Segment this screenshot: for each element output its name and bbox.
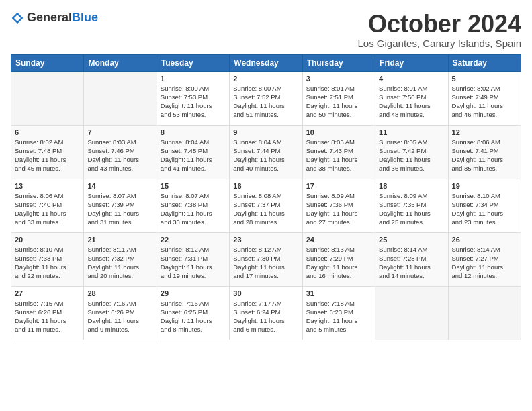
day-number: 7 [87,128,152,136]
calendar-cell: 23Sunrise: 8:12 AM Sunset: 7:30 PM Dayli… [230,232,302,286]
day-header-sunday: Sunday [11,54,84,71]
day-number: 11 [379,128,444,136]
day-info: Sunrise: 7:16 AM Sunset: 6:25 PM Dayligh… [161,299,226,334]
calendar-cell [448,286,521,340]
day-number: 28 [87,289,152,298]
day-header-friday: Friday [375,54,448,71]
calendar-cell: 10Sunrise: 8:05 AM Sunset: 7:43 PM Dayli… [302,125,375,179]
calendar-cell: 26Sunrise: 8:14 AM Sunset: 7:27 PM Dayli… [448,232,521,286]
day-number: 14 [87,182,152,190]
day-number: 3 [306,75,371,83]
day-number: 9 [233,128,298,136]
day-info: Sunrise: 8:05 AM Sunset: 7:42 PM Dayligh… [379,138,444,173]
day-info: Sunrise: 8:03 AM Sunset: 7:46 PM Dayligh… [87,138,152,173]
day-info: Sunrise: 8:14 AM Sunset: 7:27 PM Dayligh… [452,245,517,281]
calendar-week-row: 27Sunrise: 7:15 AM Sunset: 6:26 PM Dayli… [11,286,521,340]
day-number: 29 [161,289,226,298]
day-number: 23 [233,236,298,244]
day-info: Sunrise: 8:05 AM Sunset: 7:43 PM Dayligh… [306,138,371,173]
day-info: Sunrise: 8:14 AM Sunset: 7:28 PM Dayligh… [379,245,444,281]
day-info: Sunrise: 7:17 AM Sunset: 6:24 PM Dayligh… [233,299,298,334]
calendar-cell: 11Sunrise: 8:05 AM Sunset: 7:42 PM Dayli… [375,125,448,179]
day-header-tuesday: Tuesday [157,54,229,71]
day-header-thursday: Thursday [302,54,375,71]
day-info: Sunrise: 8:11 AM Sunset: 7:32 PM Dayligh… [87,245,152,281]
day-number: 4 [379,75,444,83]
day-info: Sunrise: 8:08 AM Sunset: 7:37 PM Dayligh… [233,191,298,227]
day-info: Sunrise: 8:09 AM Sunset: 7:36 PM Dayligh… [306,191,371,227]
logo-icon [11,11,24,25]
day-info: Sunrise: 7:15 AM Sunset: 6:26 PM Dayligh… [15,299,80,334]
day-number: 19 [452,182,517,190]
calendar-table: SundayMondayTuesdayWednesdayThursdayFrid… [11,54,521,340]
day-info: Sunrise: 8:10 AM Sunset: 7:34 PM Dayligh… [452,191,517,227]
day-number: 10 [306,128,371,136]
day-info: Sunrise: 8:09 AM Sunset: 7:35 PM Dayligh… [379,191,444,227]
day-info: Sunrise: 8:01 AM Sunset: 7:51 PM Dayligh… [306,84,371,120]
day-number: 26 [452,236,517,244]
day-number: 5 [452,75,517,83]
day-info: Sunrise: 8:02 AM Sunset: 7:48 PM Dayligh… [15,138,80,173]
calendar-cell: 16Sunrise: 8:08 AM Sunset: 7:37 PM Dayli… [230,179,302,232]
calendar-week-row: 20Sunrise: 8:10 AM Sunset: 7:33 PM Dayli… [11,232,521,286]
calendar-cell: 2Sunrise: 8:00 AM Sunset: 7:52 PM Daylig… [230,71,302,125]
logo: GeneralBlue [11,11,98,25]
day-info: Sunrise: 7:16 AM Sunset: 6:26 PM Dayligh… [87,299,152,334]
day-info: Sunrise: 8:10 AM Sunset: 7:33 PM Dayligh… [15,245,80,281]
day-number: 17 [306,182,371,190]
day-info: Sunrise: 8:13 AM Sunset: 7:29 PM Dayligh… [306,245,371,281]
calendar-cell: 25Sunrise: 8:14 AM Sunset: 7:28 PM Dayli… [375,232,448,286]
page-header: GeneralBlue October 2024 Los Gigantes, C… [11,11,521,49]
day-info: Sunrise: 8:07 AM Sunset: 7:39 PM Dayligh… [87,191,152,227]
calendar-cell: 20Sunrise: 8:10 AM Sunset: 7:33 PM Dayli… [11,232,84,286]
day-number: 30 [233,289,298,298]
day-number: 12 [452,128,517,136]
calendar-cell [375,286,448,340]
calendar-cell: 4Sunrise: 8:01 AM Sunset: 7:50 PM Daylig… [375,71,448,125]
day-info: Sunrise: 8:12 AM Sunset: 7:30 PM Dayligh… [233,245,298,281]
calendar-cell: 9Sunrise: 8:04 AM Sunset: 7:44 PM Daylig… [230,125,302,179]
day-number: 24 [306,236,371,244]
calendar-cell: 29Sunrise: 7:16 AM Sunset: 6:25 PM Dayli… [157,286,229,340]
day-number: 1 [161,75,226,83]
day-number: 27 [15,289,80,298]
day-number: 25 [379,236,444,244]
calendar-cell: 12Sunrise: 8:06 AM Sunset: 7:41 PM Dayli… [448,125,521,179]
day-info: Sunrise: 8:12 AM Sunset: 7:31 PM Dayligh… [161,245,226,281]
day-number: 21 [87,236,152,244]
calendar-cell: 8Sunrise: 8:04 AM Sunset: 7:45 PM Daylig… [157,125,229,179]
day-number: 8 [161,128,226,136]
calendar-cell: 21Sunrise: 8:11 AM Sunset: 7:32 PM Dayli… [84,232,157,286]
day-number: 13 [15,182,80,190]
day-info: Sunrise: 7:18 AM Sunset: 6:23 PM Dayligh… [306,299,371,334]
calendar-week-row: 13Sunrise: 8:06 AM Sunset: 7:40 PM Dayli… [11,179,521,232]
calendar-cell: 19Sunrise: 8:10 AM Sunset: 7:34 PM Dayli… [448,179,521,232]
calendar-cell: 3Sunrise: 8:01 AM Sunset: 7:51 PM Daylig… [302,71,375,125]
title-block: October 2024 Los Gigantes, Canary Island… [358,11,521,49]
month-year-title: October 2024 [358,11,521,38]
day-number: 2 [233,75,298,83]
calendar-cell: 28Sunrise: 7:16 AM Sunset: 6:26 PM Dayli… [84,286,157,340]
day-info: Sunrise: 8:04 AM Sunset: 7:45 PM Dayligh… [161,138,226,173]
logo-text: GeneralBlue [27,11,98,25]
calendar-cell [84,71,157,125]
calendar-week-row: 6Sunrise: 8:02 AM Sunset: 7:48 PM Daylig… [11,125,521,179]
day-info: Sunrise: 8:06 AM Sunset: 7:40 PM Dayligh… [15,191,80,227]
day-info: Sunrise: 8:02 AM Sunset: 7:49 PM Dayligh… [452,84,517,120]
calendar-cell: 24Sunrise: 8:13 AM Sunset: 7:29 PM Dayli… [302,232,375,286]
calendar-cell: 15Sunrise: 8:07 AM Sunset: 7:38 PM Dayli… [157,179,229,232]
day-info: Sunrise: 8:06 AM Sunset: 7:41 PM Dayligh… [452,138,517,173]
logo-blue: Blue [72,11,98,24]
calendar-week-row: 1Sunrise: 8:00 AM Sunset: 7:53 PM Daylig… [11,71,521,125]
location-subtitle: Los Gigantes, Canary Islands, Spain [358,38,521,49]
day-info: Sunrise: 8:07 AM Sunset: 7:38 PM Dayligh… [161,191,226,227]
calendar-cell [11,71,84,125]
day-number: 31 [306,289,371,298]
day-number: 6 [15,128,80,136]
calendar-cell: 30Sunrise: 7:17 AM Sunset: 6:24 PM Dayli… [230,286,302,340]
day-info: Sunrise: 8:00 AM Sunset: 7:52 PM Dayligh… [233,84,298,120]
calendar-cell: 5Sunrise: 8:02 AM Sunset: 7:49 PM Daylig… [448,71,521,125]
calendar-cell: 14Sunrise: 8:07 AM Sunset: 7:39 PM Dayli… [84,179,157,232]
day-info: Sunrise: 8:00 AM Sunset: 7:53 PM Dayligh… [161,84,226,120]
day-info: Sunrise: 8:04 AM Sunset: 7:44 PM Dayligh… [233,138,298,173]
